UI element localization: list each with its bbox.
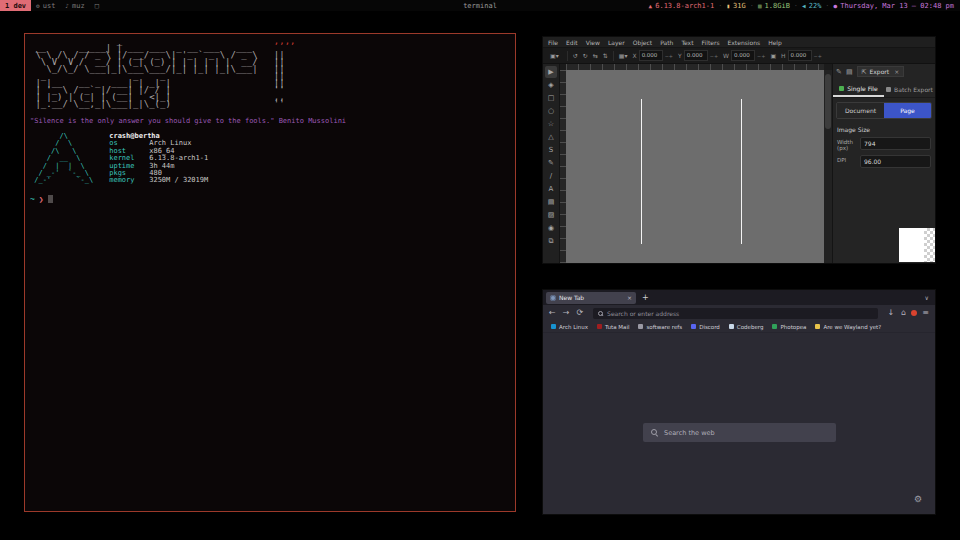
- node-tool[interactable]: ◈: [545, 79, 557, 91]
- w-value[interactable]: 0.000: [731, 50, 755, 61]
- scrollbar-thumb[interactable]: [825, 74, 831, 129]
- bookmark-arch-linux[interactable]: Arch Linux: [551, 324, 588, 330]
- mesh-tool[interactable]: ▨: [545, 209, 557, 221]
- width-input[interactable]: 794: [860, 137, 931, 150]
- web-search-box[interactable]: Search the web: [643, 423, 836, 442]
- tab-close-icon[interactable]: ×: [627, 294, 632, 301]
- selection-mode-dropdown[interactable]: ▣▾: [547, 52, 562, 59]
- bookmark-folder-software-refs[interactable]: software refs: [638, 324, 682, 330]
- menu-text[interactable]: Text: [681, 39, 693, 46]
- drawing-canvas[interactable]: [566, 70, 824, 263]
- workspace-label: muz: [72, 2, 85, 10]
- navigation-bar: ← → ⟳ Search or enter address ↓ ⌂ ≡: [543, 305, 935, 321]
- text-tool[interactable]: A: [545, 183, 557, 195]
- clock-module: ● Thursday, Mar 13 — 02:48 pm: [834, 2, 954, 10]
- spinner-buttons[interactable]: −+: [665, 53, 673, 59]
- spinner-buttons[interactable]: −+: [757, 53, 765, 59]
- align-dropdown[interactable]: ▦▾: [619, 52, 628, 59]
- workspace-dev[interactable]: 1 dev: [0, 0, 31, 11]
- export-dialog-tab[interactable]: ⇱ Export ×: [857, 66, 905, 77]
- bookmark-discord[interactable]: Discord: [691, 324, 720, 330]
- y-coordinate-field[interactable]: Y 0.000 −+: [678, 50, 718, 61]
- height-field[interactable]: H 0.000 −+: [781, 50, 822, 61]
- bookmark-tuta-mail[interactable]: Tuta Mail: [597, 324, 629, 330]
- volume-module[interactable]: ◀ 22%: [802, 2, 821, 10]
- width-row: Width (px) 794: [837, 137, 931, 151]
- terminal-window[interactable]: _ __ _____| | ___ ___ _ __ ___ ___ \ \ /…: [24, 33, 516, 512]
- extension-icon[interactable]: ⌂: [899, 309, 908, 317]
- menu-extensions[interactable]: Extensions: [728, 39, 761, 46]
- dropper-tool[interactable]: ◉: [545, 222, 557, 234]
- edit-icon[interactable]: ✎: [836, 68, 842, 76]
- bookmarks-bar: Arch Linux Tuta Mail software refs Disco…: [543, 321, 935, 333]
- menu-filters[interactable]: Filters: [702, 39, 720, 46]
- lock-ratio-icon[interactable]: ▣: [770, 52, 776, 59]
- rectangle-tool[interactable]: □: [545, 92, 557, 104]
- shell-prompt[interactable]: ~ ❯: [30, 195, 510, 204]
- forward-button[interactable]: →: [561, 309, 572, 317]
- tab-single-file[interactable]: Single File: [833, 82, 884, 97]
- star-tool[interactable]: ☆: [545, 118, 557, 130]
- menu-view[interactable]: View: [586, 39, 600, 46]
- pen-tool[interactable]: /: [545, 170, 557, 182]
- tab-overflow-chevron-icon[interactable]: ∨: [925, 294, 929, 301]
- canvas-area: [560, 64, 832, 263]
- tab-title: New Tab: [559, 294, 624, 301]
- spiral-tool[interactable]: S: [545, 144, 557, 156]
- page-button[interactable]: Page: [884, 103, 931, 118]
- menu-object[interactable]: Object: [633, 39, 653, 46]
- pencil-tool[interactable]: ✎: [545, 157, 557, 169]
- menu-file[interactable]: File: [548, 39, 558, 46]
- arch-icon: ▲: [649, 3, 653, 9]
- menu-button[interactable]: ≡: [920, 309, 931, 317]
- desktop: 1 dev ⚙ ust ♪ muz □ terminal ▲ 6.13.8-ar…: [0, 0, 960, 540]
- wayland-favicon: [815, 324, 820, 329]
- document-button[interactable]: Document: [837, 103, 884, 118]
- image-icon: [839, 86, 844, 91]
- personalize-gear-icon[interactable]: ⚙: [914, 495, 922, 504]
- flip-horizontal-icon[interactable]: ⇆: [593, 52, 598, 59]
- divider: [613, 51, 614, 61]
- flip-vertical-icon[interactable]: ⇅: [603, 52, 608, 59]
- workspace-ust[interactable]: ⚙ ust: [31, 0, 60, 11]
- y-value[interactable]: 0.000: [684, 50, 708, 61]
- x-value[interactable]: 0.000: [639, 50, 663, 61]
- x-coordinate-field[interactable]: X 0.000 −+: [633, 50, 674, 61]
- volume-level: 22%: [809, 2, 822, 10]
- spinner-buttons[interactable]: −+: [710, 53, 718, 59]
- url-bar[interactable]: Search or enter address: [593, 308, 877, 319]
- bookmark-codeberg[interactable]: Codeberg: [729, 324, 764, 330]
- menu-edit[interactable]: Edit: [566, 39, 578, 46]
- new-tab-button[interactable]: +: [642, 294, 649, 302]
- downloads-button[interactable]: ↓: [886, 309, 897, 317]
- gradient-tool[interactable]: ▤: [545, 196, 557, 208]
- reload-button[interactable]: ⟳: [574, 309, 585, 317]
- canvas-scrollbar[interactable]: [824, 70, 832, 263]
- rotate-cw-icon[interactable]: ↻: [583, 52, 588, 59]
- bookmark-label: Codeberg: [737, 324, 764, 330]
- bookmark-photopea[interactable]: Photopea: [772, 324, 806, 330]
- h-value[interactable]: 0.000: [788, 50, 812, 61]
- tab-batch-export[interactable]: Batch Export: [884, 82, 935, 97]
- selector-tool[interactable]: ▶: [545, 66, 557, 78]
- back-button[interactable]: ←: [547, 309, 558, 317]
- music-note-icon: ♪: [65, 2, 69, 9]
- account-avatar[interactable]: [911, 310, 917, 316]
- zoom-tool[interactable]: ⧉: [545, 235, 557, 247]
- menu-help[interactable]: Help: [768, 39, 782, 46]
- dpi-input[interactable]: 96.00: [860, 155, 931, 168]
- memory-module: ▥ 1.8GiB: [758, 2, 790, 10]
- workspace-muz[interactable]: ♪ muz: [60, 0, 89, 11]
- 3dbox-tool[interactable]: △: [545, 131, 557, 143]
- bookmark-are-we-wayland-yet[interactable]: Are we Wayland yet?: [815, 324, 881, 330]
- ellipse-tool[interactable]: ○: [545, 105, 557, 117]
- menu-path[interactable]: Path: [660, 39, 673, 46]
- width-field[interactable]: W 0.000 −+: [723, 50, 765, 61]
- workspace-empty[interactable]: □: [90, 0, 104, 11]
- close-icon[interactable]: ×: [894, 68, 899, 75]
- spinner-buttons[interactable]: −+: [814, 53, 822, 59]
- menu-layer[interactable]: Layer: [608, 39, 625, 46]
- rotate-ccw-icon[interactable]: ↺: [573, 52, 578, 59]
- layers-icon[interactable]: ▤: [846, 68, 853, 76]
- active-tab[interactable]: New Tab ×: [546, 292, 636, 304]
